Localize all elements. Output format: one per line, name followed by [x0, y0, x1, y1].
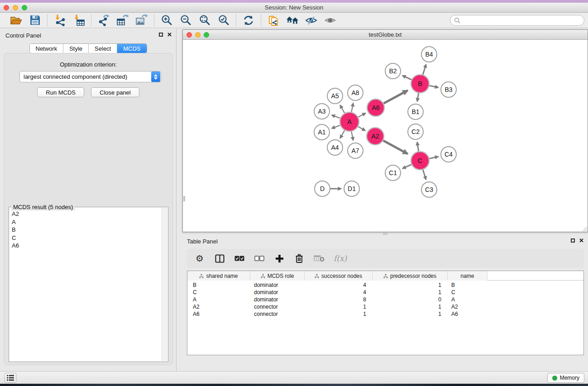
result-item[interactable]: C — [9, 234, 162, 242]
table-close-panel-icon[interactable]: ✕ — [579, 238, 584, 243]
mcds-result-list[interactable]: A2ABCA6 — [9, 210, 162, 361]
result-scrollbar[interactable] — [162, 208, 167, 361]
result-item[interactable]: A6 — [9, 242, 162, 250]
node-A1[interactable]: A1 — [314, 124, 330, 140]
tab-network[interactable]: Network — [29, 44, 63, 53]
node-D[interactable]: D — [315, 181, 330, 196]
tab-select[interactable]: Select — [89, 44, 117, 53]
hide-selected-icon[interactable] — [305, 14, 318, 27]
window-resize-grip[interactable] — [581, 225, 587, 231]
float-panel-icon[interactable] — [159, 33, 163, 37]
import-table-icon[interactable] — [72, 14, 85, 27]
table-row[interactable]: Cdominator41C — [187, 289, 583, 296]
node-A6[interactable]: A6 — [367, 99, 384, 116]
show-columns-icon[interactable] — [214, 253, 225, 264]
node-A3[interactable]: A3 — [314, 104, 330, 119]
result-item[interactable]: A — [9, 218, 162, 226]
table-row[interactable]: Adominator80A — [187, 296, 583, 303]
edge-A2-C[interactable] — [382, 140, 408, 154]
export-image-icon[interactable] — [135, 14, 148, 27]
node-A4[interactable]: A4 — [327, 140, 343, 155]
table-row[interactable]: Bdominator41B — [187, 281, 583, 289]
column-header-name[interactable]: name — [448, 271, 488, 281]
tab-mcds[interactable]: MCDS — [117, 44, 146, 53]
delete-table-icon[interactable] — [314, 253, 325, 264]
node-B1[interactable]: B1 — [408, 104, 423, 119]
edge-B-B1[interactable] — [417, 92, 419, 102]
show-all-networks-icon[interactable] — [286, 14, 299, 27]
edge-A-A4[interactable] — [340, 129, 345, 138]
table-row[interactable]: A2connector11A2 — [187, 303, 583, 310]
duplicate-network-icon[interactable] — [267, 14, 280, 27]
search-input[interactable] — [450, 15, 584, 26]
node-B[interactable]: B — [411, 75, 429, 93]
edge-B-B2[interactable] — [402, 76, 413, 81]
edge-A-A7[interactable] — [351, 130, 354, 141]
edge-C-C1[interactable] — [402, 164, 413, 168]
result-item[interactable]: A2 — [9, 210, 162, 218]
column-header-predecessor-nodes[interactable]: predecessor nodes — [373, 271, 448, 281]
node-A[interactable]: A — [340, 112, 359, 131]
result-item[interactable]: B — [9, 226, 162, 234]
delete-row-icon[interactable] — [294, 253, 305, 264]
table-float-panel-icon[interactable] — [571, 238, 575, 243]
open-file-icon[interactable] — [10, 14, 22, 27]
split-pane-handle[interactable] — [383, 233, 387, 235]
tab-style[interactable]: Style — [63, 44, 89, 53]
export-network-icon[interactable] — [97, 14, 110, 27]
node-B3[interactable]: B3 — [441, 82, 456, 97]
column-header-shared-name[interactable]: shared name — [187, 271, 250, 281]
network-canvas[interactable]: AA6A2BCA5A8A3A1A4A7B2B4B3B1C2C4C1C3DD1 — [183, 40, 588, 232]
refresh-layout-icon[interactable] — [242, 14, 255, 27]
column-header-successor-nodes[interactable]: successor nodes — [305, 271, 373, 281]
edge-C-C2[interactable] — [417, 142, 419, 152]
edge-A-A8[interactable] — [351, 103, 354, 114]
node-C3[interactable]: C3 — [421, 182, 437, 197]
add-row-icon[interactable] — [274, 253, 285, 264]
node-B2[interactable]: B2 — [385, 63, 401, 79]
node-B4[interactable]: B4 — [421, 47, 437, 62]
table-settings-icon[interactable]: ⚙ — [194, 253, 205, 264]
node-C2[interactable]: C2 — [408, 124, 423, 139]
edge-C-C4[interactable] — [428, 157, 439, 159]
edge-B-B4[interactable] — [422, 64, 426, 76]
node-A2[interactable]: A2 — [367, 128, 384, 145]
node-A8[interactable]: A8 — [348, 85, 363, 100]
zoom-selected-icon[interactable] — [217, 14, 230, 27]
close-panel-button[interactable]: Close panel — [91, 87, 139, 97]
select-all-icon[interactable] — [234, 253, 245, 264]
memory-button[interactable]: Memory — [547, 373, 584, 383]
main-titlebar[interactable]: Session: New Session — [0, 3, 588, 13]
node-A7[interactable]: A7 — [348, 143, 363, 158]
edge-A6-B[interactable] — [382, 91, 408, 104]
node-C1[interactable]: C1 — [385, 165, 401, 181]
zoom-in-icon[interactable] — [160, 14, 173, 27]
canvas-vertical-scrollbar[interactable] — [183, 196, 185, 201]
show-selected-icon[interactable] — [324, 14, 337, 27]
export-table-icon[interactable] — [116, 14, 129, 27]
node-D1[interactable]: D1 — [344, 181, 359, 196]
edge-A-A1[interactable] — [332, 125, 342, 129]
edge-A-A5[interactable] — [340, 105, 345, 114]
node-A5[interactable]: A5 — [327, 88, 343, 104]
column-header-MCDS-role[interactable]: MCDS role — [250, 271, 305, 281]
zoom-fit-icon[interactable] — [198, 14, 211, 27]
criterion-dropdown[interactable]: largest connected component (directed) — [19, 71, 161, 82]
node-C4[interactable]: C4 — [441, 147, 456, 162]
network-window-titlebar[interactable]: testGlobe.txt — [183, 30, 588, 40]
zoom-out-icon[interactable] — [179, 14, 192, 27]
edge-A-A3[interactable] — [332, 115, 342, 119]
function-builder-icon[interactable]: f(x) — [334, 254, 347, 263]
node-C[interactable]: C — [411, 152, 429, 170]
save-session-icon[interactable] — [29, 14, 41, 27]
edge-C-C3[interactable] — [422, 168, 426, 180]
close-panel-icon[interactable]: ✕ — [167, 32, 172, 38]
network-graph[interactable]: AA6A2BCA5A8A3A1A4A7B2B4B3B1C2C4C1C3DD1 — [183, 40, 588, 232]
edge-A-A6[interactable] — [357, 113, 366, 118]
deselect-all-icon[interactable] — [254, 253, 265, 264]
table-row[interactable]: A6connector11A6 — [187, 310, 583, 318]
import-network-icon[interactable] — [53, 14, 66, 27]
show-panels-button[interactable] — [5, 373, 16, 383]
run-mcds-button[interactable]: Run MCDS — [37, 87, 84, 97]
edge-B-B3[interactable] — [428, 86, 439, 88]
